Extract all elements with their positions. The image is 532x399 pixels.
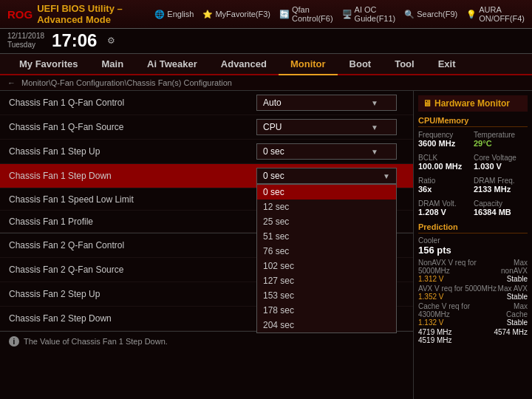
breadcrumb-path: Monitor\Q-Fan Configuration\Chassis Fan(… <box>21 78 232 87</box>
capacity-cell: Capacity 16384 MB <box>474 198 528 218</box>
dropdown-option-25sec[interactable]: 25 sec <box>257 214 396 229</box>
chassis-fan1-qfan-source-value: CPU ▼ <box>256 119 404 135</box>
chassis-fan2-qfan-source-label: Chassis Fan 2 Q-Fan Source <box>9 265 256 275</box>
dropdown-option-178sec[interactable]: 178 sec <box>257 303 396 318</box>
dropdown-option-153sec[interactable]: 153 sec <box>257 288 396 303</box>
pred-max-0: Max nonAVX Stable <box>493 259 528 283</box>
pred-label-0: NonAVX V req for 5000MHz 1.312 V <box>418 259 493 283</box>
aioc-button[interactable]: 🖥️ AI OC Guide(F11) <box>342 5 396 23</box>
aura-button[interactable]: 💡 AURA ON/OFF(F4) <box>466 5 525 23</box>
chassis-fan1-step-down-dropdown[interactable]: 0 sec ▼ <box>256 168 397 184</box>
cpu-memory-header: CPU/Memory <box>418 116 528 127</box>
title-bar-left: ROG UEFI BIOS Utility – Advanced Mode <box>7 3 154 25</box>
monitor-bclk-voltage: BCLK 100.00 MHz Core Voltage 1.030 V <box>418 152 528 172</box>
search-button[interactable]: 🔍 Search(F9) <box>404 10 457 19</box>
chassis-fan1-qfan-control-dropdown[interactable]: Auto ▼ <box>256 95 397 111</box>
date-display: 12/11/2018 Tuesday <box>7 32 44 50</box>
dropdown-option-204sec[interactable]: 204 sec <box>257 318 396 332</box>
bios-title: UEFI BIOS Utility – Advanced Mode <box>37 3 154 25</box>
tab-boot[interactable]: Boot <box>338 54 383 75</box>
chassis-fan1-qfan-control-value: Auto ▼ <box>256 95 404 111</box>
tab-monitor[interactable]: Monitor <box>279 54 338 75</box>
breadcrumb: ← Monitor\Q-Fan Configuration\Chassis Fa… <box>0 75 532 91</box>
tab-tool[interactable]: Tool <box>383 54 426 75</box>
pred-row-0: NonAVX V req for 5000MHz 1.312 V Max non… <box>418 259 528 283</box>
chassis-fan2-step-down-label: Chassis Fan 2 Step Down <box>9 313 256 324</box>
pred-max-1: Max AVX Stable <box>498 284 528 301</box>
nav-tabs: My Favorites Main Ai Tweaker Advanced Mo… <box>0 54 532 75</box>
dropdown-option-12sec[interactable]: 12 sec <box>257 200 396 214</box>
ratio-cell: Ratio 36x <box>418 175 472 195</box>
prediction-header: Prediction <box>418 222 528 233</box>
tab-main[interactable]: Main <box>89 54 135 75</box>
temperature-cell: Temperature 29°C <box>474 129 528 149</box>
dropdown-option-127sec[interactable]: 127 sec <box>257 273 396 288</box>
pred-label-1: AVX V req for 5000MHz 1.352 V <box>418 284 497 301</box>
time-display: 17:06 <box>52 30 97 51</box>
chassis-fan1-step-up-dropdown[interactable]: 0 sec ▼ <box>256 143 397 160</box>
tab-advanced[interactable]: Advanced <box>209 54 279 75</box>
dropdown-option-0sec[interactable]: 0 sec <box>257 185 396 200</box>
pred-row-3: 4719 MHz 4519 MHz 4574 MHz <box>418 328 528 344</box>
tab-my-favorites[interactable]: My Favorites <box>7 54 89 75</box>
title-bar: ROG UEFI BIOS Utility – Advanced Mode 🌐 … <box>0 0 532 29</box>
chassis-fan1-profile-label: Chassis Fan 1 Profile <box>9 216 256 227</box>
info-icon: i <box>9 336 19 347</box>
tab-exit[interactable]: Exit <box>426 54 468 75</box>
bclk-cell: BCLK 100.00 MHz <box>418 152 472 172</box>
chassis-fan1-step-up-label: Chassis Fan 1 Step Up <box>9 146 256 157</box>
myfavorites-button[interactable]: ⭐ MyFavorite(F3) <box>202 10 270 19</box>
monitor-icon: 🖥 <box>423 98 432 109</box>
chassis-fan1-step-down-label: Chassis Fan 1 Step Down <box>9 171 256 181</box>
tab-ai-tweaker[interactable]: Ai Tweaker <box>135 54 209 75</box>
chassis-fan1-step-up-value: 0 sec ▼ <box>256 143 404 160</box>
pred-row-2: Cache V req for 4300MHz 1.132 V Max Cach… <box>418 302 528 327</box>
chassis-fan1-speed-low-limit-label: Chassis Fan 1 Speed Low Limit <box>9 194 256 205</box>
dropdown-option-76sec[interactable]: 76 sec <box>257 244 396 259</box>
chassis-fan1-qfan-control-label: Chassis Fan 1 Q-Fan Control <box>9 98 256 108</box>
datetime-bar: 12/11/2018 Tuesday 17:06 ⚙ <box>0 29 532 54</box>
info-bar: i The Value of Chassis Fan 1 Step Down. <box>0 331 413 351</box>
chassis-fan1-step-down-value: 0 sec ▼ 0 sec 12 sec 25 sec 51 sec 76 se… <box>256 168 404 184</box>
dropdown-arrow-icon: ▼ <box>371 123 378 132</box>
hardware-monitor-title: 🖥 Hardware Monitor <box>418 95 528 112</box>
dropdown-option-102sec[interactable]: 102 sec <box>257 259 396 273</box>
monitor-dram-volt-capacity: DRAM Volt. 1.208 V Capacity 16384 MB <box>418 198 528 218</box>
rog-logo: ROG <box>7 8 33 21</box>
info-text: The Value of Chassis Fan 1 Step Down. <box>24 337 168 346</box>
chassis-fan1-qfan-source-row: Chassis Fan 1 Q-Fan Source CPU ▼ <box>0 115 413 140</box>
chassis-fan1-step-down-dropdown-container: 0 sec ▼ 0 sec 12 sec 25 sec 51 sec 76 se… <box>256 168 397 184</box>
pred-max-2: Max Cache Stable <box>494 302 528 327</box>
frequency-cell: Frequency 3600 MHz <box>418 129 472 149</box>
back-arrow-icon[interactable]: ← <box>7 78 16 87</box>
title-bar-right: 🌐 English ⭐ MyFavorite(F3) 🔄 Qfan Contro… <box>154 5 525 23</box>
monitor-freq-temp: Frequency 3600 MHz Temperature 29°C <box>418 129 528 149</box>
chassis-fan1-qfan-source-dropdown[interactable]: CPU ▼ <box>256 119 397 135</box>
qfan-button[interactable]: 🔄 Qfan Control(F6) <box>279 5 333 23</box>
dram-freq-cell: DRAM Freq. 2133 MHz <box>474 175 528 195</box>
chassis-fan2-step-up-label: Chassis Fan 2 Step Up <box>9 289 256 299</box>
chassis-fan2-qfan-control-label: Chassis Fan 2 Q-Fan Control <box>9 240 256 250</box>
chassis-fan1-qfan-control-row: Chassis Fan 1 Q-Fan Control Auto ▼ <box>0 91 413 115</box>
pred-row-1: AVX V req for 5000MHz 1.352 V Max AVX St… <box>418 284 528 301</box>
monitor-ratio-dram-freq: Ratio 36x DRAM Freq. 2133 MHz <box>418 175 528 195</box>
dropdown-arrow-icon: ▼ <box>371 148 378 156</box>
prediction-section: Cooler 156 pts NonAVX V req for 5000MHz … <box>418 236 528 344</box>
time-gear-icon[interactable]: ⚙ <box>107 35 115 46</box>
dropdown-arrow-icon: ▼ <box>383 172 390 180</box>
right-panel: 🖥 Hardware Monitor CPU/Memory Frequency … <box>414 91 532 399</box>
dropdown-option-51sec[interactable]: 51 sec <box>257 229 396 244</box>
left-panel: Chassis Fan 1 Q-Fan Control Auto ▼ Chass… <box>0 91 414 399</box>
core-voltage-cell: Core Voltage 1.030 V <box>474 152 528 172</box>
pred-vals-3: 4719 MHz 4519 MHz <box>418 328 452 344</box>
chassis-fan1-qfan-source-label: Chassis Fan 1 Q-Fan Source <box>9 122 256 132</box>
lang-button[interactable]: 🌐 English <box>154 10 194 19</box>
chassis-fan1-step-up-row: Chassis Fan 1 Step Up 0 sec ▼ <box>0 140 413 164</box>
main-content: Chassis Fan 1 Q-Fan Control Auto ▼ Chass… <box>0 91 532 399</box>
dropdown-arrow-icon: ▼ <box>371 99 378 107</box>
prediction-details: NonAVX V req for 5000MHz 1.312 V Max non… <box>418 259 528 344</box>
dram-volt-cell: DRAM Volt. 1.208 V <box>418 198 472 218</box>
chassis-fan1-step-down-dropdown-list: 0 sec 12 sec 25 sec 51 sec 76 sec 102 se… <box>256 184 397 333</box>
settings-table: Chassis Fan 1 Q-Fan Control Auto ▼ Chass… <box>0 91 413 331</box>
chassis-fan1-step-down-row: Chassis Fan 1 Step Down 0 sec ▼ 0 sec 12… <box>0 164 413 188</box>
